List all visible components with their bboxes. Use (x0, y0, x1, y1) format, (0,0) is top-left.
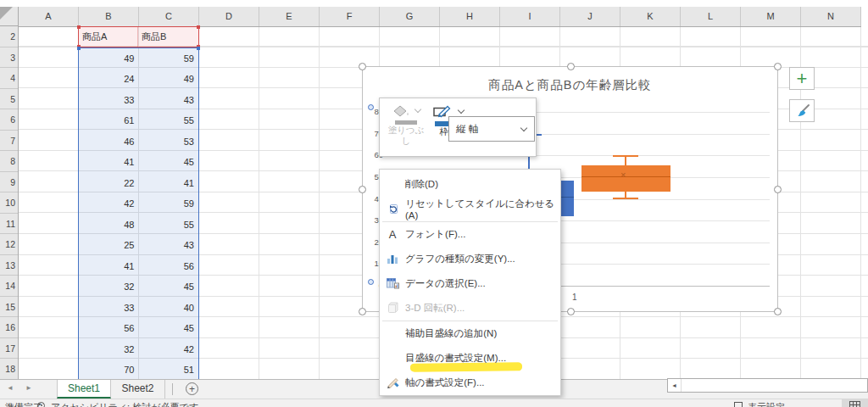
cell[interactable]: 25 (79, 235, 139, 256)
chart-resize-handle[interactable] (774, 63, 782, 70)
range-handle[interactable] (77, 25, 81, 29)
row-header-17[interactable]: 17 (0, 338, 18, 360)
row-header-6[interactable]: 6 (0, 109, 18, 131)
menu-item-削除[interactable]: 削除(D) (380, 172, 560, 197)
cell[interactable]: 46 (79, 131, 139, 153)
series-b-box[interactable]: × (581, 165, 670, 192)
range-handle[interactable] (77, 47, 81, 50)
cell[interactable]: 53 (139, 131, 199, 153)
row-header-12[interactable]: 12 (0, 234, 18, 255)
column-header-G[interactable]: G (380, 7, 440, 26)
next-sheet-icon[interactable]: ► (25, 384, 32, 392)
chart-resize-handle[interactable] (567, 63, 575, 70)
scroll-left-button[interactable]: ◄ (668, 379, 682, 392)
prev-sheet-icon[interactable]: ◄ (7, 384, 14, 392)
chart-element-selector[interactable]: 縦 軸 (448, 116, 535, 142)
row-header-5[interactable]: 5 (0, 89, 18, 110)
row-header-16[interactable]: 16 (0, 317, 18, 338)
cell[interactable]: 56 (139, 256, 199, 277)
column-header-L[interactable]: L (681, 7, 741, 26)
select-all-corner[interactable] (0, 7, 19, 26)
chart-resize-handle[interactable] (774, 308, 782, 315)
row-header-7[interactable]: 7 (0, 131, 18, 152)
cell[interactable]: 41 (79, 152, 139, 173)
chart-elements-button[interactable]: + (789, 67, 815, 90)
menu-item-データの選択[interactable]: データの選択(E)... (380, 271, 560, 296)
row-header-15[interactable]: 15 (0, 297, 18, 318)
column-header-J[interactable]: J (560, 7, 620, 26)
cell[interactable]: 40 (139, 298, 199, 319)
menu-item-3-D 回転[interactable]: 3-D 回転(R)... (380, 296, 560, 321)
normal-view-icon[interactable] (849, 401, 860, 407)
chart-resize-handle[interactable] (774, 186, 782, 193)
menu-item-軸の書式設定[interactable]: 軸の書式設定(F)... (380, 371, 560, 395)
row-header-8[interactable]: 8 (0, 151, 18, 172)
row-header-14[interactable]: 14 (0, 276, 18, 297)
row-header-18[interactable]: 18 (0, 359, 18, 380)
cell[interactable]: 33 (79, 90, 139, 111)
menu-item-フォント[interactable]: Aフォント(F)... (380, 222, 560, 247)
row-header-10[interactable]: 10 (0, 192, 18, 214)
menu-item-リセットしてスタイルに合わせる[interactable]: リセットしてスタイルに合わせる(A) (380, 197, 560, 221)
cell[interactable]: 61 (79, 110, 139, 131)
display-settings-button[interactable]: 表示設定 (748, 401, 785, 407)
cell[interactable]: 45 (139, 318, 199, 339)
menu-item-補助目盛線の追加[interactable]: 補助目盛線の追加(N) (380, 321, 560, 346)
cell-b2[interactable]: 商品A (79, 27, 138, 47)
axis-selection-handle[interactable] (368, 279, 374, 285)
chart-resize-handle[interactable] (359, 308, 366, 315)
axis-selection-handle[interactable] (368, 104, 374, 110)
row-header-4[interactable]: 4 (0, 68, 18, 89)
cell[interactable]: 45 (139, 152, 199, 173)
series-name-range[interactable]: 商品A 商品B (78, 26, 199, 47)
cell[interactable]: 48 (79, 215, 139, 236)
row-header-9[interactable]: 9 (0, 172, 18, 193)
cell[interactable]: 41 (79, 256, 139, 277)
cell[interactable]: 42 (139, 339, 199, 360)
row-header-11[interactable]: 11 (0, 214, 18, 235)
column-header-E[interactable]: E (259, 7, 320, 26)
chart-resize-handle[interactable] (359, 63, 366, 70)
cell[interactable]: 49 (79, 48, 139, 70)
accessibility-status[interactable]: アクセシビリティ: 検討が必要です (51, 401, 198, 407)
cell[interactable]: 56 (79, 318, 139, 339)
cell[interactable]: 43 (139, 235, 199, 256)
series-b-whisker-cap[interactable] (613, 198, 638, 199)
chart-styles-button[interactable] (789, 99, 815, 122)
chart-title[interactable]: 商品Aと商品Bの年齢層比較 (363, 77, 777, 93)
add-sheet-button[interactable]: + (186, 382, 198, 395)
column-header-K[interactable]: K (620, 7, 681, 26)
column-header-F[interactable]: F (320, 7, 380, 26)
column-header-M[interactable]: M (741, 7, 801, 26)
chart-resize-handle[interactable] (567, 308, 575, 315)
cell[interactable]: 32 (79, 276, 139, 298)
column-header-I[interactable]: I (500, 7, 560, 26)
cell[interactable]: 45 (139, 276, 199, 298)
x-axis-tick-label[interactable]: 1 (572, 293, 577, 302)
tab-sheet2[interactable]: Sheet2 (111, 380, 165, 399)
cell[interactable]: 22 (79, 173, 139, 194)
cell[interactable]: 41 (139, 173, 199, 194)
cell[interactable]: 32 (79, 339, 139, 360)
cell[interactable]: 59 (139, 48, 199, 70)
menu-item-グラフの種類の変更[interactable]: グラフの種類の変更(Y)... (380, 247, 560, 271)
row-header-13[interactable]: 13 (0, 255, 18, 276)
cell-c2[interactable]: 商品B (138, 27, 198, 47)
series-b-whisker-cap[interactable] (613, 155, 638, 157)
cell[interactable]: 70 (79, 360, 139, 381)
cell[interactable]: 43 (139, 90, 199, 111)
cell[interactable]: 49 (139, 69, 199, 90)
row-header-2[interactable]: 2 (0, 26, 18, 47)
column-header-C[interactable]: C (139, 7, 199, 26)
cell[interactable]: 55 (139, 110, 199, 131)
row-header-3[interactable]: 3 (0, 47, 18, 69)
column-header-N[interactable]: N (801, 7, 861, 26)
chart-resize-handle[interactable] (359, 186, 366, 193)
column-header-D[interactable]: D (199, 7, 259, 26)
column-header-A[interactable]: A (19, 7, 79, 26)
horizontal-scrollbar[interactable]: ◄ (667, 378, 868, 393)
column-header-B[interactable]: B (79, 7, 139, 26)
tab-sheet1[interactable]: Sheet1 (57, 380, 111, 399)
range-handle[interactable] (197, 47, 200, 50)
fill-button[interactable]: 塗りつぶし (387, 105, 426, 147)
